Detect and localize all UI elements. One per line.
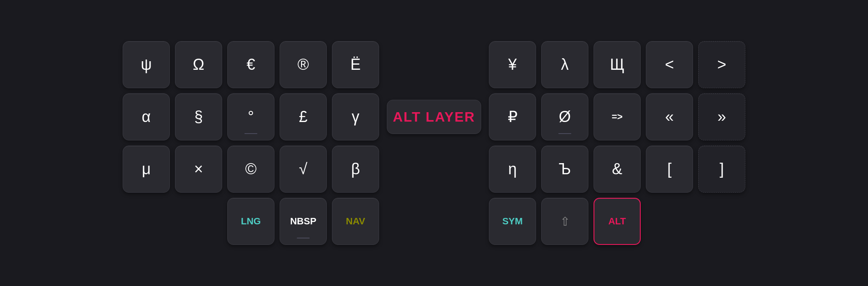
alt-layer-badge: ALT LAYER	[387, 100, 481, 134]
key-registered[interactable]: ®	[280, 41, 327, 88]
left-bottom-row: LNG NBSP NAV	[123, 198, 379, 245]
key-sym[interactable]: SYM	[489, 198, 536, 245]
key-ampersand[interactable]: &	[594, 146, 641, 193]
right-key-group: ¥ λ Щ < > ₽ Ø => « » η Ъ & [ ] SYM ⇧ ALT	[489, 41, 745, 245]
key-nbsp[interactable]: NBSP	[280, 198, 327, 245]
alt-layer-label: ALT LAYER	[393, 109, 475, 125]
key-shift[interactable]: ⇧	[541, 198, 588, 245]
key-lng[interactable]: LNG	[227, 198, 274, 245]
keyboard-container: ψ Ω € ® Ë α § ° £ γ μ × © √ β LNG NBSP	[105, 24, 763, 262]
key-laquo[interactable]: «	[646, 93, 693, 140]
key-arrow[interactable]: =>	[594, 93, 641, 140]
key-psi[interactable]: ψ	[123, 41, 170, 88]
left-key-group: ψ Ω € ® Ë α § ° £ γ μ × © √ β LNG NBSP	[123, 41, 379, 245]
key-eta[interactable]: η	[489, 146, 536, 193]
key-euro[interactable]: €	[227, 41, 274, 88]
key-alpha[interactable]: α	[123, 93, 170, 140]
key-copyright[interactable]: ©	[227, 146, 274, 193]
key-times[interactable]: ×	[175, 146, 222, 193]
right-row-2: ₽ Ø => « »	[489, 93, 745, 140]
left-row-3: μ × © √ β	[123, 146, 379, 193]
key-lbracket[interactable]: [	[646, 146, 693, 193]
right-row-1: ¥ λ Щ < >	[489, 41, 745, 88]
key-e-umlaut[interactable]: Ë	[332, 41, 379, 88]
key-rbracket[interactable]: ]	[698, 146, 745, 193]
key-less-than[interactable]: <	[646, 41, 693, 88]
key-alt[interactable]: ALT	[594, 198, 641, 245]
key-omega[interactable]: Ω	[175, 41, 222, 88]
key-gamma[interactable]: γ	[332, 93, 379, 140]
key-shcha[interactable]: Щ	[594, 41, 641, 88]
key-greater-than[interactable]: >	[698, 41, 745, 88]
key-nav[interactable]: NAV	[332, 198, 379, 245]
key-hard-sign[interactable]: Ъ	[541, 146, 588, 193]
key-degree[interactable]: °	[227, 93, 274, 140]
right-row-3: η Ъ & [ ]	[489, 146, 745, 193]
key-raquo[interactable]: »	[698, 93, 745, 140]
left-row-1: ψ Ω € ® Ë	[123, 41, 379, 88]
key-stroke-o[interactable]: Ø	[541, 93, 588, 140]
left-row-2: α § ° £ γ	[123, 93, 379, 140]
key-lambda[interactable]: λ	[541, 41, 588, 88]
key-pound[interactable]: £	[280, 93, 327, 140]
key-sqrt[interactable]: √	[280, 146, 327, 193]
key-section[interactable]: §	[175, 93, 222, 140]
center-section: ALT LAYER	[387, 48, 481, 238]
right-bottom-row: SYM ⇧ ALT	[489, 198, 745, 245]
key-yen[interactable]: ¥	[489, 41, 536, 88]
key-beta[interactable]: β	[332, 146, 379, 193]
key-ruble[interactable]: ₽	[489, 93, 536, 140]
key-mu[interactable]: μ	[123, 146, 170, 193]
